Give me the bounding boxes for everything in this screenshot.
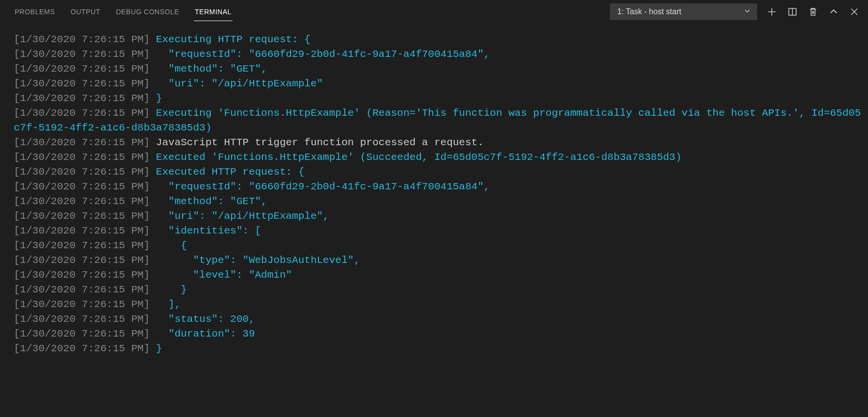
kill-terminal-button[interactable]	[807, 6, 819, 18]
close-panel-button[interactable]	[848, 6, 860, 18]
plus-icon	[767, 7, 777, 17]
panel-header: PROBLEMS OUTPUT DEBUG CONSOLE TERMINAL 1…	[0, 0, 868, 24]
terminal-selector-label: 1: Task - host start	[617, 7, 681, 16]
tab-problems[interactable]: PROBLEMS	[14, 2, 56, 21]
close-icon	[849, 7, 859, 17]
split-pane-icon	[788, 7, 797, 17]
new-terminal-button[interactable]	[766, 6, 778, 18]
terminal-selector[interactable]: 1: Task - host start	[610, 3, 757, 20]
tab-output[interactable]: OUTPUT	[70, 2, 102, 21]
chevron-down-icon	[744, 7, 751, 16]
panel-tabs: PROBLEMS OUTPUT DEBUG CONSOLE TERMINAL	[14, 0, 233, 23]
chevron-up-icon	[829, 7, 839, 17]
split-terminal-button[interactable]	[787, 6, 798, 18]
trash-icon	[808, 7, 818, 17]
terminal-output[interactable]: [1/30/2020 7:26:15 PM] Executing HTTP re…	[0, 24, 868, 356]
maximize-panel-button[interactable]	[828, 6, 840, 18]
panel-actions: 1: Task - host start	[610, 3, 860, 20]
tab-debug-console[interactable]: DEBUG CONSOLE	[115, 2, 180, 21]
tab-terminal[interactable]: TERMINAL	[194, 2, 233, 21]
